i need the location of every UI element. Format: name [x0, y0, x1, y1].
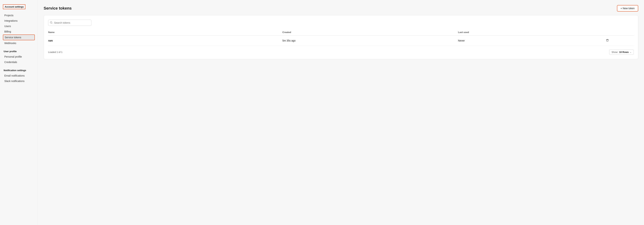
table-header: Name Created Last used	[48, 30, 634, 36]
search-icon	[50, 21, 52, 24]
sidebar-item-credentials[interactable]: Credentials	[3, 60, 35, 65]
col-name: Name	[48, 30, 282, 36]
sidebar-item-projects[interactable]: Projects	[3, 13, 35, 18]
col-created: Created	[282, 30, 458, 36]
new-token-button[interactable]: + New token	[617, 5, 638, 12]
account-settings-heading: Account settings	[3, 4, 26, 9]
sidebar: Account settings Projects Integrations U…	[0, 0, 38, 225]
show-label: Show:	[612, 51, 618, 54]
token-name: ram	[48, 36, 282, 46]
sidebar-item-webhooks[interactable]: Webhooks	[3, 41, 35, 46]
sidebar-item-service-tokens[interactable]: Service tokens	[3, 35, 35, 40]
table-footer: Loaded 1 of 1 Show: 10 Rows ⌄	[48, 50, 634, 55]
search-input[interactable]	[48, 20, 92, 26]
notification-settings-heading: Notification settings	[3, 69, 35, 72]
svg-line-1	[52, 23, 52, 24]
sidebar-item-users[interactable]: Users	[3, 24, 35, 29]
token-created: 5m 35s ago	[282, 36, 458, 46]
search-wrapper	[48, 20, 92, 26]
show-rows-dropdown[interactable]: Show: 10 Rows ⌄	[609, 50, 634, 55]
sidebar-item-slack-notifications[interactable]: Slack notifications	[3, 79, 35, 84]
tokens-table: Name Created Last used ram 5m 35s ago Ne…	[48, 30, 634, 46]
page-header: Service tokens + New token	[44, 5, 638, 12]
sidebar-item-personal-profile[interactable]: Personal profile	[3, 54, 35, 59]
token-last-used: Never	[458, 36, 604, 46]
sidebar-item-integrations[interactable]: Integrations	[3, 18, 35, 23]
rows-value: 10 Rows	[619, 51, 629, 54]
loaded-text: Loaded 1 of 1	[48, 51, 62, 54]
main-content: Service tokens + New token	[38, 0, 644, 225]
sidebar-item-billing[interactable]: Billing	[3, 29, 35, 34]
table-body: ram 5m 35s ago Never	[48, 36, 634, 46]
col-last-used: Last used	[458, 30, 604, 36]
page-title: Service tokens	[44, 6, 72, 11]
sidebar-item-email-notifications[interactable]: Email notifications	[3, 73, 35, 78]
user-profile-heading: User profile	[3, 50, 35, 53]
chevron-down-icon: ⌄	[630, 51, 632, 53]
delete-token-button[interactable]	[604, 38, 610, 43]
new-token-label: + New token	[620, 7, 634, 10]
table-row: ram 5m 35s ago Never	[48, 36, 634, 46]
tokens-card: Name Created Last used ram 5m 35s ago Ne…	[44, 15, 638, 59]
